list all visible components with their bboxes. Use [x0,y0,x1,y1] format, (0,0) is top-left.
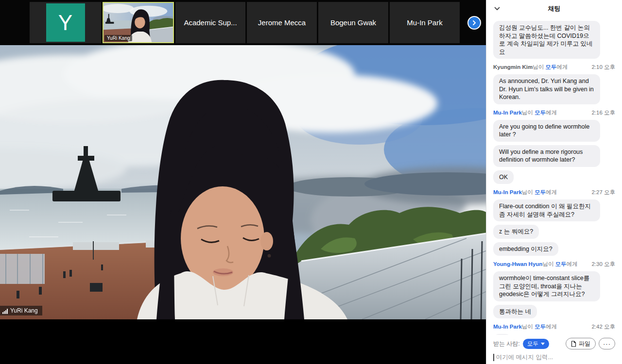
chevron-right-icon [471,20,477,26]
participant-name: Bogeun Gwak [330,18,376,27]
sender-suffix: 님이 [522,110,533,116]
chat-message-bubble: Will you define a more rigorous definiti… [493,145,600,167]
message-sender-row: Mu-In Park님이 모두에게2:42 오후 [493,323,615,331]
sender-suffix: 님이 [542,261,553,267]
sender-name: Young-Hwan Hyun [493,261,542,267]
text-cursor [493,354,494,361]
participant-name: Mu-In Park [407,18,442,27]
video-column: Y YuRi KangAcademic Sup...Jerome MeccaBo… [0,0,486,364]
chat-message-bubble: As announced, Dr. Yuri Kang and Dr. Hyun… [493,74,600,104]
message-time: 2:16 오후 [591,109,615,116]
recipient-value: 모두 [527,340,538,347]
chat-panel: 채팅 김성원 교수님도... 한번 같이 논의하자고 말씀하셨는데 COVID1… [486,0,622,364]
participant-tile[interactable]: Academic Sup... [175,2,245,43]
file-button[interactable]: 파일 [566,338,596,349]
ellipsis-icon: ··· [603,340,611,347]
sender-name: Mu-In Park [493,110,522,116]
chat-message-bubble: OK [493,170,514,184]
chat-message-bubble: Flare-out condition 이 왜 필요한지 좀 자세히 설명해 주… [493,199,600,221]
recipient-suffix: 에게 [556,64,568,70]
recipient-suffix: 에게 [546,189,557,195]
more-options-button[interactable]: ··· [599,338,615,349]
zoom-meeting-window: Y YuRi KangAcademic Sup...Jerome MeccaBo… [0,0,622,364]
avatar-initial: Y [58,11,72,35]
chat-message-bubble: 통과하는 네 [493,305,537,319]
message-time: 2:10 오후 [591,64,615,71]
participant-filmstrip: Y YuRi KangAcademic Sup...Jerome MeccaBo… [0,0,486,45]
participant-tile[interactable]: Bogeun Gwak [318,2,388,43]
speaker-video-scene [0,45,486,319]
recipient-suffix: 에게 [546,324,557,330]
participant-name-label: YuRi Kang [104,35,132,41]
recipient-everyone: 모두 [555,261,567,267]
message-time: 2:27 오후 [591,189,615,196]
message-sender-row: Kyungmin Kim님이 모두에게2:10 오후 [493,64,615,71]
speaker-name-label: YuRi Kang [0,306,42,315]
caret-down-icon [541,343,545,345]
speaker-name: YuRi Kang [10,307,38,314]
participant-tile[interactable]: Jerome Mecca [247,2,317,43]
chat-message-list[interactable]: 김성원 교수님도... 한번 같이 논의하자고 말씀하셨는데 COVID19으로… [486,17,622,335]
recipient-suffix: 에게 [546,110,557,116]
chat-message-bubble: 김성원 교수님도... 한번 같이 논의하자고 말씀하셨는데 COVID19으로… [493,21,600,59]
chat-message-bubble: embedding 이지요? [493,242,558,256]
active-speaker-video: YuRi Kang [0,45,486,319]
chat-message-bubble: Are you going to define wormhole later ? [493,120,600,142]
recipient-everyone: 모두 [535,189,546,195]
filmstrip-next-button[interactable] [467,16,481,30]
avatar: Y [46,3,85,42]
participant-tile-avatar[interactable]: Y [30,2,101,43]
participant-name: Academic Sup... [184,18,237,27]
document-icon [571,341,576,347]
participant-tile[interactable]: Mu-In Park [390,2,460,43]
recipient-everyone: 모두 [535,324,546,330]
message-input[interactable]: 여기에 메시지 입력... [493,353,615,362]
chat-message-bubble: z 는 뭐에요? [493,225,539,239]
chat-compose-area: 받는 사람: 모두 파일 ··· [486,335,622,364]
recipient-everyone: 모두 [545,64,556,70]
participant-tile-video[interactable]: YuRi Kang [103,2,174,43]
chat-header: 채팅 [486,0,622,17]
chevron-down-icon[interactable] [494,5,501,12]
message-time: 2:30 오후 [591,261,615,268]
recipient-label: 받는 사람: [493,340,520,348]
message-sender-row: Young-Hwan Hyun님이 모두에게2:30 오후 [493,261,615,268]
sender-suffix: 님이 [522,324,533,330]
filmstrip-tiles: Y YuRi KangAcademic Sup...Jerome MeccaBo… [30,2,461,43]
file-button-label: 파일 [579,340,590,348]
recipient-everyone: 모두 [535,110,546,116]
participant-name: Jerome Mecca [258,18,306,27]
audio-level-icon [2,309,8,314]
message-input-placeholder: 여기에 메시지 입력... [496,353,553,362]
chat-panel-title: 채팅 [486,4,622,13]
message-sender-row: Mu-In Park님이 모두에게2:16 오후 [493,109,615,116]
sender-name: Mu-In Park [493,189,522,195]
sender-suffix: 님이 [522,189,533,195]
message-sender-row: Mu-In Park님이 모두에게2:27 오후 [493,189,615,196]
chat-message-bubble: wormhole이 time-constant slice를 그린 모양인데, … [493,271,600,301]
sender-suffix: 님이 [533,64,544,70]
recipient-suffix: 에게 [567,261,578,267]
sender-name: Mu-In Park [493,324,522,330]
message-time: 2:42 오후 [591,323,615,331]
recipient-dropdown[interactable]: 모두 [523,339,549,349]
sender-name: Kyungmin Kim [493,64,533,70]
